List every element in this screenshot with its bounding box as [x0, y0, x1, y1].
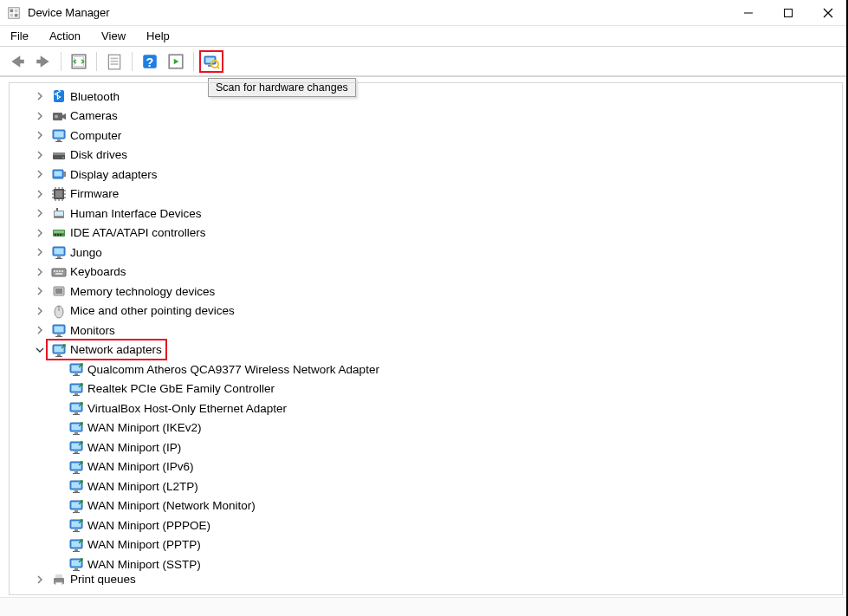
expand-icon[interactable] — [34, 188, 46, 200]
tree-node[interactable]: WAN Miniport (IPv6) — [23, 457, 842, 477]
tree-node[interactable]: WAN Miniport (L2TP) — [23, 477, 842, 496]
tree-node-label: Cameras — [70, 109, 118, 122]
tree-node[interactable]: IDE ATA/ATAPI controllers — [23, 224, 842, 243]
monitor-icon — [51, 127, 67, 143]
tree-node[interactable]: Disk drives — [23, 146, 842, 165]
tree-node-label: Human Interface Devices — [70, 207, 202, 220]
tree-node[interactable]: WAN Miniport (IKEv2) — [23, 418, 842, 438]
tree-node[interactable]: Bluetooth — [23, 87, 842, 107]
tree-node[interactable]: Memory technology devices — [23, 282, 842, 302]
tree-node-label: Memory technology devices — [70, 285, 215, 298]
tree-node[interactable]: WAN Miniport (PPPOE) — [23, 515, 842, 535]
network-icon — [51, 342, 67, 358]
close-button[interactable] — [808, 0, 848, 25]
window-title: Device Manager — [28, 6, 728, 19]
tree-node-label: WAN Miniport (Network Monitor) — [87, 499, 256, 512]
bluetooth-icon — [51, 88, 67, 104]
display-adapter-icon — [51, 166, 67, 182]
ide-icon — [51, 225, 67, 241]
network-icon — [68, 517, 84, 533]
tree-node-label: VirtualBox Host-Only Ethernet Adapter — [87, 402, 287, 415]
menubar: File Action View Help — [0, 26, 848, 47]
expand-icon[interactable] — [34, 168, 46, 180]
tree-node[interactable]: Display adapters — [23, 165, 842, 185]
collapse-icon[interactable] — [34, 344, 46, 356]
action-button[interactable] — [164, 50, 188, 73]
scan-hardware-button[interactable] — [199, 50, 223, 73]
tree-node[interactable]: Qualcomm Atheros QCA9377 Wireless Networ… — [23, 360, 842, 379]
properties-button[interactable] — [102, 50, 126, 73]
tree-node[interactable]: WAN Miniport (Network Monitor) — [23, 496, 842, 516]
expand-icon[interactable] — [34, 266, 46, 278]
expand-icon[interactable] — [34, 324, 46, 336]
firmware-icon — [51, 186, 67, 202]
svg-rect-62 — [785, 9, 793, 16]
tree-node[interactable]: Network adapters — [23, 340, 842, 360]
toolbar-separator — [193, 52, 194, 71]
tree-node-label: Monitors — [70, 324, 115, 337]
tree-node-label: WAN Miniport (SSTP) — [87, 558, 201, 571]
expand-icon[interactable] — [34, 227, 46, 239]
menu-file[interactable]: File — [7, 28, 32, 44]
tree-node[interactable]: Mice and other pointing devices — [23, 302, 842, 321]
tree-node-label: WAN Miniport (PPPOE) — [87, 519, 210, 532]
expand-icon[interactable] — [34, 90, 46, 102]
tree-node[interactable]: Computer — [23, 126, 842, 146]
tree-node[interactable]: Jungo — [23, 243, 842, 263]
help-button[interactable] — [138, 50, 162, 73]
tree-node-label: Print queues — [70, 574, 136, 585]
expand-icon[interactable] — [34, 129, 46, 141]
tree-node[interactable]: Monitors — [23, 321, 842, 340]
tree-node-label: Realtek PCIe GbE Family Controller — [87, 382, 275, 395]
tree-node[interactable]: Realtek PCIe GbE Family Controller — [23, 379, 842, 399]
tree-node[interactable]: WAN Miniport (SSTP) — [23, 554, 842, 574]
tree-node-label: Mice and other pointing devices — [70, 304, 235, 317]
expand-icon[interactable] — [34, 246, 46, 258]
mouse-icon — [51, 303, 67, 319]
camera-icon — [51, 108, 67, 124]
tree-node[interactable]: Keyboards — [23, 263, 842, 282]
network-icon — [68, 537, 84, 553]
network-icon — [68, 420, 84, 436]
tree-node-label: Bluetooth — [70, 90, 120, 103]
tree-node[interactable]: WAN Miniport (IP) — [23, 438, 842, 457]
disk-icon — [51, 147, 67, 163]
expand-icon[interactable] — [34, 207, 46, 219]
expand-icon[interactable] — [34, 285, 46, 297]
tree-node-label: Jungo — [70, 246, 102, 259]
network-icon — [68, 439, 84, 455]
titlebar: Device Manager — [0, 0, 848, 26]
tree-node[interactable]: Human Interface Devices — [23, 204, 842, 224]
forward-button[interactable] — [31, 50, 55, 73]
toolbar-separator — [132, 52, 133, 71]
app-icon — [7, 6, 21, 20]
expand-icon[interactable] — [34, 305, 46, 317]
tree-node[interactable]: Firmware — [23, 185, 842, 204]
toolbar-separator — [96, 52, 97, 71]
minimize-button[interactable] — [728, 0, 768, 25]
tree-node[interactable]: Cameras — [23, 107, 842, 126]
network-icon — [68, 400, 84, 416]
hid-icon — [51, 205, 67, 221]
menu-help[interactable]: Help — [143, 28, 173, 44]
tree-node-label: WAN Miniport (L2TP) — [87, 480, 198, 493]
expand-icon[interactable] — [34, 110, 46, 122]
tree-node[interactable]: WAN Miniport (PPTP) — [23, 535, 842, 555]
tree-node-label: Computer — [70, 129, 121, 142]
device-tree[interactable]: BluetoothCamerasComputerDisk drivesDispl… — [9, 82, 843, 595]
menu-view[interactable]: View — [98, 28, 129, 44]
expand-icon[interactable] — [34, 149, 46, 161]
tree-node[interactable]: VirtualBox Host-Only Ethernet Adapter — [23, 399, 842, 418]
printer-icon — [51, 574, 67, 585]
toolbar: Scan for hardware changes — [0, 47, 848, 76]
menu-action[interactable]: Action — [46, 28, 84, 44]
back-button[interactable] — [5, 50, 29, 73]
maximize-button[interactable] — [768, 0, 808, 25]
tree-node[interactable]: Print queues — [23, 574, 842, 585]
show-hidden-button[interactable] — [67, 50, 91, 73]
expand-icon[interactable] — [34, 574, 46, 585]
tree-node-label: Qualcomm Atheros QCA9377 Wireless Networ… — [87, 363, 379, 376]
tree-node-label: WAN Miniport (IKEv2) — [87, 421, 202, 434]
window-controls — [728, 0, 848, 25]
tree-node-label: Display adapters — [70, 168, 158, 181]
